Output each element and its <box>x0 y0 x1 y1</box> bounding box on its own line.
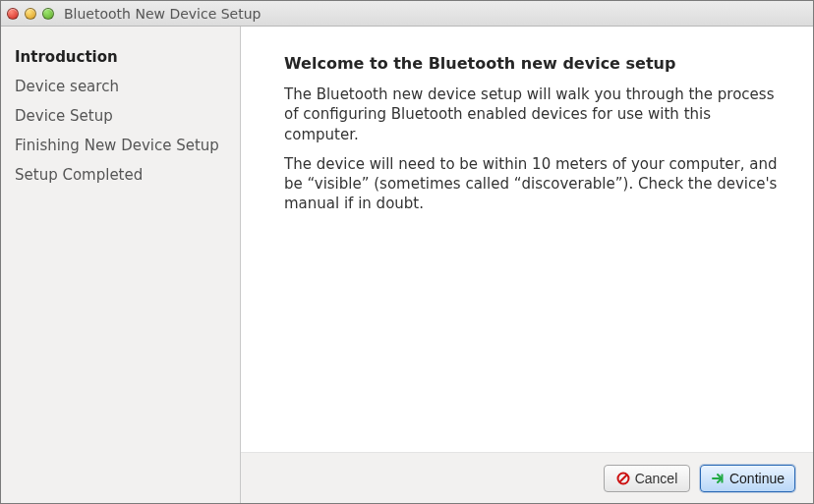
step-device-search: Device search <box>1 72 240 101</box>
cancel-button-label: Cancel <box>635 471 678 486</box>
steps-sidebar: Introduction Device search Device Setup … <box>1 27 241 503</box>
window-controls <box>7 8 54 20</box>
step-completed: Setup Completed <box>1 160 240 190</box>
step-introduction: Introduction <box>1 42 240 72</box>
content-area: Welcome to the Bluetooth new device setu… <box>241 27 813 452</box>
cancel-icon <box>616 472 630 485</box>
titlebar: Bluetooth New Device Setup <box>1 1 813 27</box>
window-title: Bluetooth New Device Setup <box>64 6 261 22</box>
main-panel: Welcome to the Bluetooth new device setu… <box>241 27 813 503</box>
wizard-window: Bluetooth New Device Setup Introduction … <box>0 0 814 504</box>
step-finishing: Finishing New Device Setup <box>1 131 240 160</box>
continue-icon <box>711 472 725 485</box>
intro-paragraph-1: The Bluetooth new device setup will walk… <box>284 84 780 144</box>
continue-button-label: Continue <box>729 471 785 486</box>
button-bar: Cancel Continue <box>241 452 813 503</box>
continue-button[interactable]: Continue <box>700 465 795 492</box>
window-body: Introduction Device search Device Setup … <box>1 27 813 503</box>
close-icon[interactable] <box>7 8 19 20</box>
maximize-icon[interactable] <box>42 8 54 20</box>
page-heading: Welcome to the Bluetooth new device setu… <box>284 54 780 73</box>
cancel-button[interactable]: Cancel <box>604 465 690 492</box>
step-device-setup: Device Setup <box>1 101 240 131</box>
intro-paragraph-2: The device will need to be within 10 met… <box>284 154 780 214</box>
minimize-icon[interactable] <box>25 8 36 20</box>
svg-line-1 <box>619 475 626 481</box>
